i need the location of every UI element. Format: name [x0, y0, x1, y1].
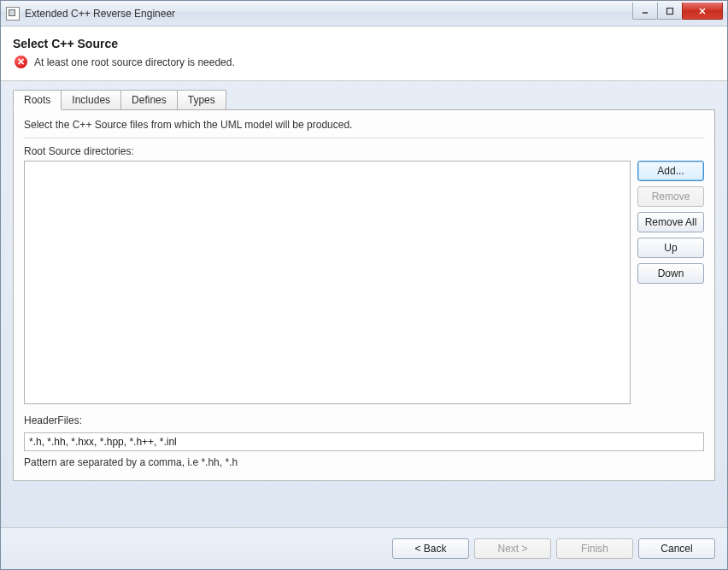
- tab-panel-roots: Select the C++ Source files from which t…: [13, 109, 715, 481]
- titlebar[interactable]: Extended C++ Reverse Engineer: [1, 1, 727, 26]
- error-icon: ✕: [15, 56, 27, 68]
- tab-roots[interactable]: Roots: [13, 90, 62, 110]
- maximize-button[interactable]: [657, 3, 683, 20]
- back-button[interactable]: < Back: [392, 538, 469, 559]
- wizard-footer: < Back Next > Finish Cancel: [1, 527, 727, 569]
- validation-message: At least one root source directory is ne…: [34, 56, 235, 68]
- root-directories-label: Root Source directories:: [24, 145, 704, 157]
- panel-description: Select the C++ Source files from which t…: [24, 119, 704, 131]
- headerfiles-input[interactable]: [24, 432, 704, 451]
- tab-types[interactable]: Types: [177, 90, 226, 109]
- svg-rect-1: [667, 8, 673, 14]
- headerfiles-label: HeaderFiles:: [24, 414, 704, 426]
- content-area: Roots Includes Defines Types Select the …: [1, 81, 727, 527]
- add-button[interactable]: Add...: [637, 161, 704, 181]
- tab-includes[interactable]: Includes: [61, 90, 121, 109]
- next-button: Next >: [474, 538, 551, 559]
- finish-button: Finish: [556, 538, 633, 559]
- wizard-header: Select C++ Source ✕ At least one root so…: [1, 26, 727, 81]
- down-button[interactable]: Down: [637, 263, 704, 284]
- close-button[interactable]: [682, 3, 723, 20]
- up-button[interactable]: Up: [637, 238, 704, 258]
- tab-defines[interactable]: Defines: [120, 90, 178, 109]
- cancel-button[interactable]: Cancel: [638, 538, 715, 559]
- pattern-hint: Pattern are separated by a comma, i.e *.…: [24, 456, 704, 468]
- page-title: Select C++ Source: [13, 37, 715, 50]
- remove-button: Remove: [637, 186, 704, 207]
- separator: [24, 138, 704, 138]
- app-icon: [6, 7, 20, 21]
- tab-strip: Roots Includes Defines Types: [13, 90, 715, 109]
- minimize-button[interactable]: [632, 3, 658, 20]
- root-directories-list[interactable]: [24, 161, 631, 404]
- remove-all-button[interactable]: Remove All: [637, 212, 704, 232]
- window-title: Extended C++ Reverse Engineer: [25, 8, 633, 20]
- dialog-window: Extended C++ Reverse Engineer Select C++…: [0, 0, 728, 570]
